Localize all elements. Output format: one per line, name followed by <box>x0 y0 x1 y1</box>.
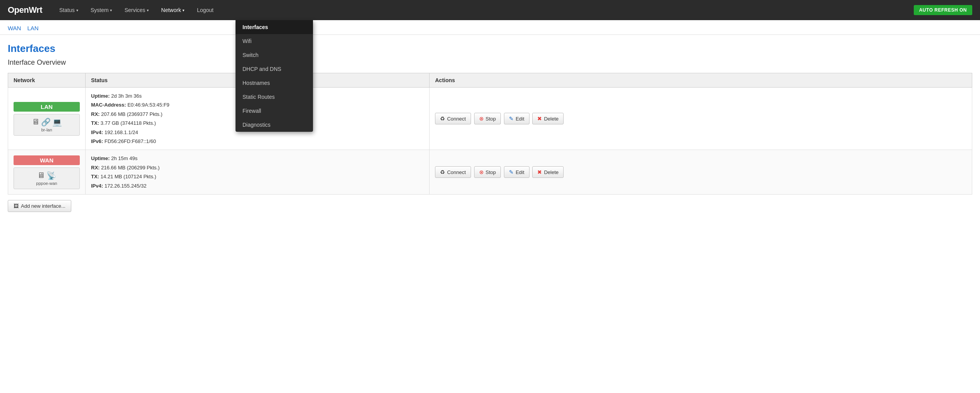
wan-icon-2: 📡 <box>46 171 56 180</box>
lan-tx-label: TX: <box>91 120 99 126</box>
wan-badge: WAN <box>14 155 80 165</box>
dropdown-item-wifi[interactable]: Wifi <box>236 34 313 48</box>
lan-edit-button[interactable]: ✎ Edit <box>504 113 529 124</box>
dropdown-item-hostnames[interactable]: Hostnames <box>236 76 313 90</box>
wan-ipv4: 172.26.155.245/32 <box>105 183 146 189</box>
delete-icon-wan: ✖ <box>537 169 542 175</box>
nav-network-arrow: ▾ <box>182 8 184 12</box>
wan-tx: 14.21 MB (107124 Pkts.) <box>101 174 156 179</box>
wan-stop-label: Stop <box>486 169 496 175</box>
network-dropdown: Interfaces Wifi Switch DHCP and DNS Host… <box>236 20 313 132</box>
delete-icon: ✖ <box>537 115 542 122</box>
breadcrumb-wan[interactable]: WAN <box>8 25 21 31</box>
wan-edit-label: Edit <box>516 169 524 175</box>
lan-icons: 🖥 🔗 💻 <box>15 117 78 127</box>
edit-icon: ✎ <box>509 115 514 122</box>
col-actions: Actions <box>430 73 972 88</box>
dropdown-item-static-routes[interactable]: Static Routes <box>236 90 313 104</box>
dropdown-item-diagnostics[interactable]: Diagnostics <box>236 118 313 132</box>
breadcrumb: WAN LAN <box>0 20 980 35</box>
lan-mac-label: MAC-Address: <box>91 102 126 108</box>
actions-cell-lan: ♻ Connect ⊗ Stop ✎ Edit ✖ Delete <box>430 88 972 150</box>
network-cell-lan: LAN 🖥 🔗 💻 br-lan <box>8 88 86 150</box>
wan-device-label: pppoe-wan <box>36 181 57 186</box>
lan-icon-3: 💻 <box>52 117 62 127</box>
nav-services[interactable]: Services ▾ <box>119 4 154 16</box>
nav-logout-label: Logout <box>197 7 213 13</box>
wan-connect-button[interactable]: ♻ Connect <box>435 166 471 178</box>
dropdown-item-firewall[interactable]: Firewall <box>236 104 313 118</box>
lan-edit-label: Edit <box>516 116 524 122</box>
lan-tx: 3.77 GB (3744118 Pkts.) <box>101 120 156 126</box>
lan-icon-area: 🖥 🔗 💻 br-lan <box>14 114 80 136</box>
section-title: Interface Overview <box>8 59 972 67</box>
dropdown-item-switch[interactable]: Switch <box>236 48 313 62</box>
lan-ipv4: 192.168.1.1/24 <box>105 129 138 135</box>
auto-refresh-button[interactable]: AUTO REFRESH ON <box>914 5 972 15</box>
nav-system[interactable]: System ▾ <box>85 4 118 16</box>
network-cell-wan: WAN 🖥 📡 pppoe-wan <box>8 150 86 195</box>
dropdown-item-interfaces[interactable]: Interfaces <box>236 20 313 34</box>
wan-rx: 216.66 MB (206299 Pkts.) <box>101 165 160 171</box>
wan-tx-label: TX: <box>91 174 99 179</box>
connect-icon-wan: ♻ <box>440 169 445 175</box>
lan-delete-label: Delete <box>544 116 559 122</box>
lan-rx-label: RX: <box>91 111 100 117</box>
lan-stop-button[interactable]: ⊗ Stop <box>474 113 501 124</box>
lan-icon-2: 🔗 <box>41 117 51 127</box>
page-title: Interfaces <box>8 43 972 55</box>
wan-delete-label: Delete <box>544 169 559 175</box>
nav-services-label: Services <box>124 7 145 13</box>
connect-icon: ♻ <box>440 115 445 122</box>
table-row: LAN 🖥 🔗 💻 br-lan Uptime: 2d 3h 3m 36s MA… <box>8 88 972 150</box>
dropdown-item-dhcp-dns[interactable]: DHCP and DNS <box>236 62 313 76</box>
breadcrumb-lan[interactable]: LAN <box>27 25 38 31</box>
nav-system-label: System <box>91 7 109 13</box>
nav-network[interactable]: Network ▾ <box>156 4 190 16</box>
add-interface-button[interactable]: 🖼 Add new interface... <box>8 200 71 212</box>
lan-badge: LAN <box>14 102 80 112</box>
wan-uptime-label: Uptime: <box>91 155 110 161</box>
interface-table: Network Status Actions LAN 🖥 🔗 💻 br-lan <box>8 73 972 195</box>
navbar-menu: Status ▾ System ▾ Services ▾ Network ▾ L… <box>54 4 914 16</box>
lan-icon-1: 🖥 <box>32 117 40 127</box>
table-row: WAN 🖥 📡 pppoe-wan Uptime: 2h 15m 49s RX:… <box>8 150 972 195</box>
nav-system-arrow: ▾ <box>110 8 112 12</box>
lan-connect-label: Connect <box>447 116 466 122</box>
wan-uptime: 2h 15m 49s <box>111 155 138 161</box>
nav-status-label: Status <box>59 7 75 13</box>
wan-rx-label: RX: <box>91 165 100 171</box>
lan-delete-button[interactable]: ✖ Delete <box>532 113 564 124</box>
lan-ipv4-label: IPv4: <box>91 129 103 135</box>
wan-icon-area: 🖥 📡 pppoe-wan <box>14 167 80 189</box>
lan-rx: 207.66 MB (2369377 Pkts.) <box>101 111 162 117</box>
col-network: Network <box>8 73 86 88</box>
actions-cell-wan: ♻ Connect ⊗ Stop ✎ Edit ✖ Delete <box>430 150 972 195</box>
wan-edit-button[interactable]: ✎ Edit <box>504 166 529 178</box>
nav-status[interactable]: Status ▾ <box>54 4 84 16</box>
stop-icon-wan: ⊗ <box>479 169 484 175</box>
lan-stop-label: Stop <box>486 116 496 122</box>
brand: OpenWrt <box>8 5 42 15</box>
wan-icons: 🖥 📡 <box>15 171 78 180</box>
wan-ipv4-label: IPv4: <box>91 183 103 189</box>
nav-services-arrow: ▾ <box>147 8 149 12</box>
nav-logout[interactable]: Logout <box>191 4 219 16</box>
add-icon: 🖼 <box>14 203 19 209</box>
wan-stop-button[interactable]: ⊗ Stop <box>474 166 501 178</box>
navbar: OpenWrt Status ▾ System ▾ Services ▾ Net… <box>0 0 980 20</box>
nav-network-label: Network <box>161 7 181 13</box>
wan-delete-button[interactable]: ✖ Delete <box>532 166 564 178</box>
wan-connect-label: Connect <box>447 169 466 175</box>
stop-icon: ⊗ <box>479 115 484 122</box>
lan-connect-button[interactable]: ♻ Connect <box>435 113 471 124</box>
add-interface-label: Add new interface... <box>21 203 65 209</box>
nav-status-arrow: ▾ <box>76 8 78 12</box>
edit-icon-wan: ✎ <box>509 169 514 175</box>
lan-uptime: 2d 3h 3m 36s <box>111 93 142 99</box>
lan-uptime-label: Uptime: <box>91 93 110 99</box>
page-content: Interfaces Interface Overview Network St… <box>0 35 980 220</box>
lan-device-label: br-lan <box>41 128 52 132</box>
lan-ipv6-label: IPv6: <box>91 138 103 144</box>
lan-ipv6: FD56:26FD:F687::1/60 <box>105 138 156 144</box>
